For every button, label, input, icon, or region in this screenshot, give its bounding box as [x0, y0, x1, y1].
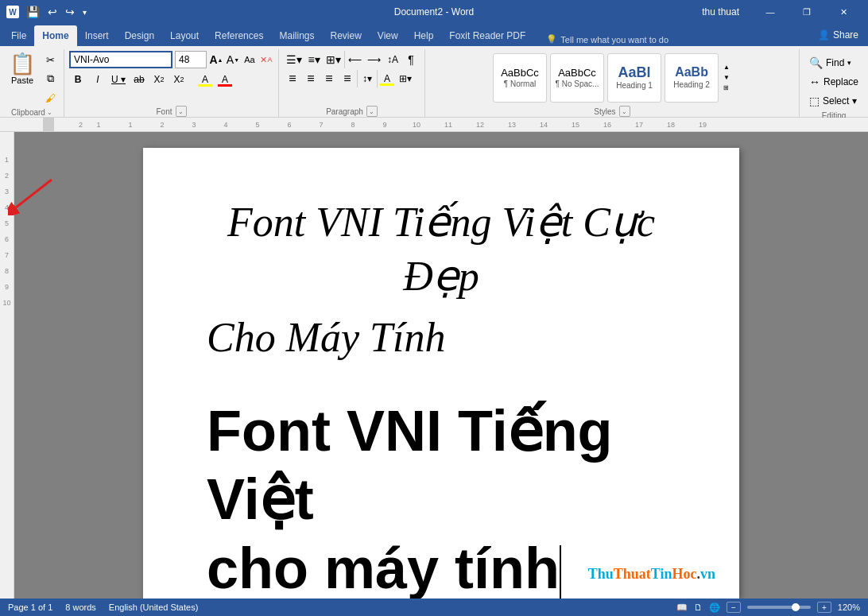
language[interactable]: English (United States) — [109, 602, 199, 612]
tab-home[interactable]: Home — [34, 25, 76, 46]
tab-insert[interactable]: Insert — [77, 25, 117, 46]
status-left: Page 1 of 1 8 words English (United Stat… — [8, 602, 198, 612]
word-count[interactable]: 8 words — [65, 602, 96, 612]
font-size-input[interactable] — [175, 51, 207, 68]
shrink-font-button[interactable]: A▼ — [226, 51, 240, 68]
show-formatting-button[interactable]: ¶ — [402, 51, 420, 68]
align-right-button[interactable]: ≡ — [320, 70, 338, 87]
tab-view[interactable]: View — [370, 25, 406, 46]
font-name-input[interactable] — [69, 51, 172, 68]
decrease-indent-button[interactable]: ⟵ — [346, 51, 364, 68]
tab-file[interactable]: File — [3, 25, 34, 46]
styles-label[interactable]: Styles ⌄ — [594, 106, 630, 117]
tab-design[interactable]: Design — [117, 25, 162, 46]
style-nospace-label: ¶ No Spac... — [556, 79, 599, 88]
style-heading1[interactable]: AaBl Heading 1 — [607, 53, 661, 103]
increase-indent-button[interactable]: ⟶ — [365, 51, 383, 68]
zoom-out-button[interactable]: − — [727, 602, 741, 613]
style-normal-label: ¶ Normal — [504, 79, 536, 88]
paste-button[interactable]: 📋 Paste — [5, 51, 40, 87]
line-spacing-button[interactable]: ↕▾ — [358, 70, 376, 87]
tab-help[interactable]: Help — [406, 25, 442, 46]
paste-label: Paste — [11, 76, 33, 85]
tab-references[interactable]: References — [207, 25, 271, 46]
shading-button[interactable]: A — [378, 70, 396, 87]
grow-font-button[interactable]: A▲ — [209, 51, 223, 68]
ribbon-tabs: File Home Insert Design Layout Reference… — [0, 24, 808, 46]
find-label: Find — [826, 57, 844, 68]
zoom-in-button[interactable]: + — [817, 602, 831, 613]
paragraph-buttons: ☰▾ ≡▾ ⊞▾ ⟵ ⟶ ↕A ¶ ≡ ≡ ≡ ≡ ↕▾ — [284, 51, 420, 87]
superscript-button[interactable]: X2 — [170, 71, 188, 88]
align-center-button[interactable]: ≡ — [302, 70, 320, 87]
ribbon-tab-bar: File Home Insert Design Layout Reference… — [0, 24, 868, 46]
zoom-level[interactable]: 120% — [838, 602, 860, 612]
font-color-button[interactable]: A — [216, 71, 234, 88]
strikethrough-button[interactable]: ab — [130, 71, 148, 88]
align-left-button[interactable]: ≡ — [284, 70, 301, 87]
find-button[interactable]: 🔍 Find ▾ — [804, 54, 863, 72]
subscript-button[interactable]: X2 — [150, 71, 168, 88]
save-icon[interactable]: 💾 — [24, 4, 42, 20]
sort-button[interactable]: ↕A — [384, 51, 401, 68]
clear-format-button[interactable]: ✕A — [259, 51, 273, 68]
style-heading2[interactable]: AaBb Heading 2 — [665, 53, 719, 103]
separator — [377, 70, 378, 87]
clipboard-content: 📋 Paste ✂ ⧉ 🖌 — [5, 51, 59, 107]
styles-expand[interactable]: ⊞ — [722, 83, 731, 93]
styles-expand-icon[interactable]: ⌄ — [619, 106, 630, 117]
zoom-slider[interactable] — [747, 606, 811, 609]
italic-button[interactable]: I — [89, 71, 107, 88]
tell-me-box[interactable]: 💡 Tell me what you want to do — [540, 33, 675, 46]
style-normal[interactable]: AaBbCc ¶ Normal — [493, 53, 547, 103]
cut-button[interactable]: ✂ — [41, 51, 59, 68]
document-scroll[interactable]: Font VNI Tiếng Việt Cực Đẹp Cho Máy Tính… — [14, 132, 868, 599]
text-cursor — [560, 545, 561, 599]
change-case-button[interactable]: Aa — [242, 51, 257, 68]
tab-mailings[interactable]: Mailings — [271, 25, 322, 46]
tell-me-text[interactable]: Tell me what you want to do — [560, 35, 668, 45]
style-nospace[interactable]: AaBbCc ¶ No Spac... — [550, 53, 604, 103]
text-highlight-button[interactable]: A — [196, 71, 214, 88]
word-icon: W — [6, 6, 19, 18]
font-expand-icon[interactable]: ⌄ — [176, 106, 187, 117]
paragraph-expand-icon[interactable]: ⌄ — [366, 106, 378, 117]
clipboard-label[interactable]: Clipboard ⌄ — [11, 108, 52, 117]
restore-button[interactable]: ❐ — [789, 0, 825, 24]
numbering-button[interactable]: ≡▾ — [305, 51, 323, 68]
customize-qat-icon[interactable]: ▾ — [80, 6, 89, 18]
select-button[interactable]: ⬚ Select ▾ — [804, 92, 863, 110]
ruler: 2 1 1 2 3 4 5 6 7 8 9 10 11 12 13 14 15 … — [0, 118, 868, 132]
tab-review[interactable]: Review — [322, 25, 369, 46]
copy-button[interactable]: ⧉ — [41, 70, 59, 87]
borders-button[interactable]: ⊞▾ — [397, 70, 414, 87]
font-row2: B I U ▾ ab X2 X2 A A — [69, 71, 273, 88]
print-layout-icon[interactable]: 🗋 — [694, 602, 703, 612]
font-label[interactable]: Font ⌄ — [156, 106, 186, 117]
paragraph-label[interactable]: Paragraph ⌄ — [326, 106, 378, 117]
close-button[interactable]: ✕ — [825, 0, 862, 24]
styles-scroll-down[interactable]: ▼ — [722, 72, 731, 83]
tab-foxit[interactable]: Foxit Reader PDF — [441, 25, 533, 46]
styles-scroll-up[interactable]: ▲ — [722, 62, 731, 72]
share-button[interactable]: 👤 Share — [808, 24, 868, 46]
undo-icon[interactable]: ↩ — [45, 4, 60, 20]
clipboard-sub: ✂ ⧉ 🖌 — [41, 51, 59, 107]
redo-icon[interactable]: ↪ — [63, 4, 77, 20]
minimize-button[interactable]: — — [752, 0, 789, 24]
replace-button[interactable]: ↔ Replace — [804, 73, 863, 91]
document-page[interactable]: Font VNI Tiếng Việt Cực Đẹp Cho Máy Tính… — [143, 148, 739, 599]
web-layout-icon[interactable]: 🌐 — [709, 602, 720, 613]
tab-layout[interactable]: Layout — [162, 25, 207, 46]
multilevel-button[interactable]: ⊞▾ — [324, 51, 343, 68]
clipboard-group: 📋 Paste ✂ ⧉ 🖌 Clipboard ⌄ — [0, 49, 64, 117]
page-info[interactable]: Page 1 of 1 — [8, 602, 52, 612]
para-row2: ≡ ≡ ≡ ≡ ↕▾ A ⊞▾ — [284, 70, 420, 87]
find-icon: 🔍 — [809, 56, 823, 69]
bold-button[interactable]: B — [69, 71, 87, 88]
justify-button[interactable]: ≡ — [339, 70, 356, 87]
bullets-button[interactable]: ☰▾ — [284, 51, 304, 68]
underline-button[interactable]: U ▾ — [109, 71, 128, 88]
read-mode-icon[interactable]: 📖 — [676, 602, 688, 613]
format-painter-button[interactable]: 🖌 — [41, 89, 59, 107]
